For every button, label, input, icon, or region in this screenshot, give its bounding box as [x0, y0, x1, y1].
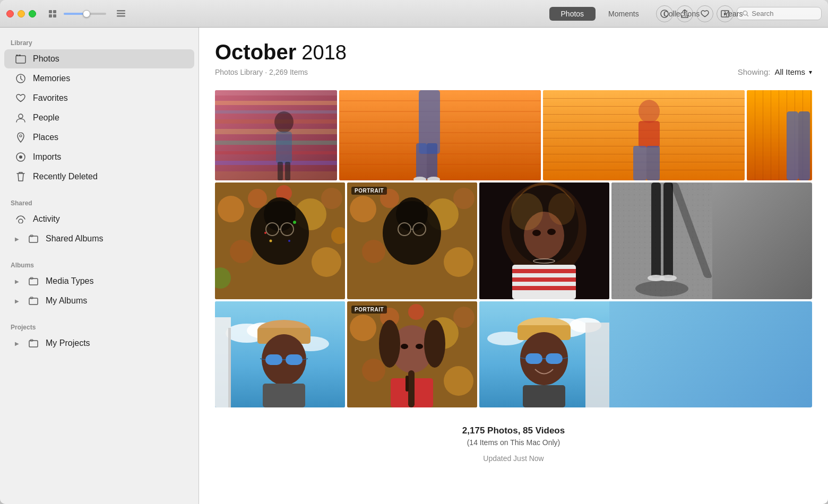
sidebar-item-media-types[interactable]: ▶ Media Types — [4, 272, 194, 291]
tab-collections[interactable]: Collections — [652, 7, 711, 21]
photo-cell[interactable] — [215, 183, 345, 299]
photo-cell[interactable] — [215, 90, 337, 180]
sidebar-item-activity[interactable]: Activity — [4, 210, 194, 229]
thumbnail-view-button[interactable] — [46, 6, 61, 21]
search-input[interactable] — [752, 10, 816, 18]
tab-moments[interactable]: Moments — [597, 7, 651, 21]
favorites-label: Favorites — [33, 93, 68, 103]
people-label: People — [33, 113, 59, 123]
svg-rect-79 — [810, 90, 811, 180]
photo-cell[interactable]: PORTRAIT — [347, 301, 477, 407]
svg-point-122 — [547, 229, 556, 235]
svg-rect-146 — [228, 328, 231, 407]
svg-point-18 — [19, 155, 22, 159]
svg-rect-181 — [546, 353, 563, 364]
svg-point-128 — [511, 193, 543, 230]
main-layout: Library Photos M — [0, 28, 828, 504]
svg-rect-2 — [49, 14, 52, 18]
svg-rect-13 — [19, 55, 21, 56]
dropdown-arrow-icon: ▾ — [809, 68, 812, 76]
subtitle-row: Photos Library · 2,269 Items Showing: Al… — [215, 67, 812, 76]
svg-rect-12 — [16, 55, 18, 56]
month-name: October — [215, 40, 296, 64]
photo-cell[interactable] — [479, 183, 609, 299]
photo-thumbnail — [479, 301, 609, 407]
sidebar-item-recently-deleted[interactable]: Recently Deleted — [4, 167, 194, 186]
photo-thumbnail — [215, 301, 345, 407]
my-projects-expand-arrow[interactable]: ▶ — [15, 341, 19, 346]
photos-icon — [15, 53, 27, 65]
photo-thumbnail — [339, 90, 541, 180]
photo-row-1 — [215, 90, 812, 180]
svg-rect-69 — [633, 146, 646, 180]
footer-stats: 2,175 Photos, 85 Videos — [210, 425, 817, 436]
photo-thumbnail — [347, 183, 477, 299]
svg-rect-20 — [29, 236, 38, 242]
svg-point-165 — [379, 320, 400, 368]
people-icon — [15, 112, 27, 124]
svg-rect-151 — [286, 354, 303, 365]
photo-cell[interactable] — [339, 90, 541, 180]
zoom-slider-fill — [64, 13, 85, 15]
library-info: Photos Library · 2,269 Items — [215, 68, 308, 76]
sidebar-item-places[interactable]: Places — [4, 128, 194, 147]
places-label: Places — [33, 133, 58, 142]
media-types-expand-arrow[interactable]: ▶ — [15, 279, 19, 284]
photo-cell[interactable] — [543, 90, 745, 180]
svg-point-86 — [218, 196, 244, 222]
sidebar-item-my-projects[interactable]: ▶ My Projects — [4, 334, 194, 353]
sidebar-item-favorites[interactable]: Favorites — [4, 89, 194, 108]
svg-rect-24 — [29, 298, 38, 305]
places-icon — [15, 132, 27, 143]
svg-point-129 — [548, 193, 575, 225]
recently-deleted-label: Recently Deleted — [33, 172, 98, 181]
sidebar-item-shared-albums[interactable]: ▶ Shared Albums — [4, 229, 194, 248]
list-view-button[interactable] — [114, 6, 128, 21]
svg-rect-68 — [639, 121, 660, 147]
photo-cell[interactable] — [611, 183, 812, 299]
svg-rect-0 — [49, 10, 52, 13]
svg-rect-29 — [215, 90, 337, 95]
photo-cell[interactable] — [747, 90, 812, 180]
photo-cell[interactable]: PORTRAIT — [347, 183, 477, 299]
svg-point-162 — [444, 366, 473, 396]
imports-label: Imports — [33, 152, 61, 162]
month-title: October 2018 — [215, 40, 812, 64]
library-section-label: Library — [0, 35, 199, 49]
sidebar-item-memories[interactable]: Memories — [4, 69, 194, 88]
svg-point-105 — [350, 196, 376, 222]
tab-photos[interactable]: Photos — [549, 7, 596, 21]
separator: · — [265, 68, 269, 76]
photo-thumbnail — [543, 90, 745, 180]
svg-rect-126 — [512, 286, 576, 290]
svg-point-100 — [264, 232, 266, 234]
svg-rect-176 — [585, 323, 609, 407]
svg-rect-136 — [651, 183, 661, 278]
media-types-icon — [28, 275, 39, 287]
content-header: October 2018 Photos Library · 2,269 Item… — [199, 28, 828, 90]
photo-cell[interactable] — [215, 301, 345, 407]
sidebar-item-imports[interactable]: Imports — [4, 147, 194, 167]
year: 2018 — [301, 41, 347, 64]
svg-rect-40 — [278, 162, 283, 180]
sidebar-item-photos[interactable]: Photos — [4, 49, 194, 68]
maximize-button[interactable] — [29, 10, 36, 18]
svg-rect-4 — [117, 10, 125, 12]
photo-thumbnail — [347, 301, 477, 407]
shared-albums-icon — [28, 233, 39, 245]
content-area: October 2018 Photos Library · 2,269 Item… — [199, 28, 828, 504]
close-button[interactable] — [6, 10, 14, 18]
zoom-slider-thumb[interactable] — [83, 10, 90, 18]
sidebar-item-my-albums[interactable]: ▶ My Albums — [4, 291, 194, 310]
minimize-button[interactable] — [18, 10, 25, 18]
svg-point-38 — [274, 111, 294, 133]
svg-rect-6 — [117, 15, 125, 17]
shared-albums-expand-arrow[interactable]: ▶ — [15, 236, 19, 242]
media-types-label: Media Types — [46, 276, 93, 286]
my-albums-expand-arrow[interactable]: ▶ — [15, 298, 19, 304]
tab-years[interactable]: Years — [712, 7, 754, 21]
svg-rect-180 — [525, 353, 542, 364]
photo-cell[interactable] — [479, 301, 812, 407]
showing-dropdown[interactable]: Showing: All Items ▾ — [738, 67, 812, 76]
sidebar-item-people[interactable]: People — [4, 108, 194, 127]
